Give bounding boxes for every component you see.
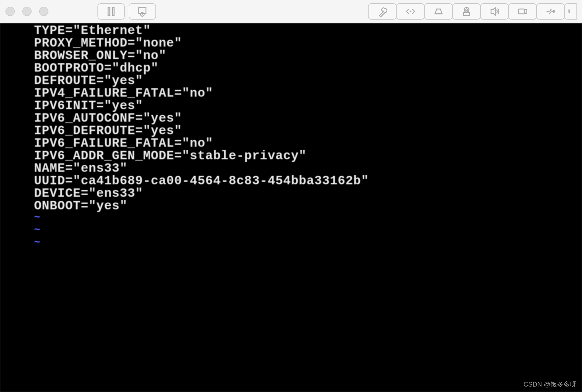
more-icon: [567, 5, 574, 17]
window-controls: [5, 7, 48, 16]
config-line: UUID="ca41b689-ca00-4564-8c83-454bba3316…: [34, 175, 582, 187]
svg-point-9: [465, 9, 467, 11]
toolbar-right-group: [369, 3, 577, 20]
disk-button[interactable]: [424, 3, 453, 20]
usb-icon: [545, 5, 557, 17]
camera-icon: [461, 5, 473, 17]
svg-line-4: [142, 14, 143, 15]
wrench-icon: [376, 5, 388, 17]
more-button[interactable]: [564, 3, 577, 20]
video-button[interactable]: [508, 3, 537, 20]
close-button[interactable]: [5, 7, 15, 16]
code-icon: [405, 5, 416, 17]
minimize-button[interactable]: [22, 7, 32, 16]
config-line: BROWSER_ONLY="no": [34, 50, 582, 62]
config-line: BOOTPROTO="dhcp": [34, 62, 582, 75]
config-line: IPV4_FAILURE_FATAL="no": [34, 87, 582, 100]
usb-button[interactable]: [536, 3, 565, 20]
config-line: IPV6_FAILURE_FATAL="no": [34, 137, 582, 150]
disk-icon: [433, 5, 445, 17]
svg-rect-11: [518, 9, 524, 14]
config-line: DEVICE="ens33": [34, 187, 582, 200]
config-line: TYPE="Ethernet": [34, 24, 582, 37]
sound-icon: [489, 5, 501, 17]
svg-point-5: [410, 11, 411, 12]
config-line: IPV6INIT="yes": [34, 100, 582, 112]
empty-line-tilde: ~: [34, 237, 582, 250]
camera-button[interactable]: [452, 3, 481, 20]
config-line: NAME="ens33": [34, 162, 582, 175]
pause-icon: [105, 5, 117, 17]
config-line: PROXY_METHOD="none": [34, 37, 582, 50]
snapshot-button[interactable]: [129, 3, 156, 20]
svg-marker-12: [524, 9, 527, 14]
vm-toolbar: [0, 0, 582, 23]
terminal-editor[interactable]: TYPE="Ethernet"PROXY_METHOD="none"BROWSE…: [0, 23, 582, 392]
svg-marker-10: [491, 8, 495, 15]
svg-rect-14: [568, 10, 569, 13]
svg-rect-7: [464, 13, 470, 16]
snapshot-icon: [136, 5, 148, 17]
sound-button[interactable]: [480, 3, 509, 20]
svg-point-8: [464, 7, 469, 12]
settings-button[interactable]: [368, 3, 397, 20]
config-line: IPV6_AUTOCONF="yes": [34, 112, 582, 125]
config-line: IPV6_ADDR_GEN_MODE="stable-privacy": [34, 150, 582, 162]
config-line: DEFROUTE="yes": [34, 75, 582, 87]
watermark: CSDN @饭多多呀: [523, 380, 577, 389]
svg-rect-1: [112, 7, 114, 16]
empty-line-tilde: ~: [34, 212, 582, 225]
svg-rect-0: [108, 7, 110, 16]
empty-line-tilde: ~: [34, 225, 582, 237]
config-line: IPV6_DEFROUTE="yes": [34, 125, 582, 137]
video-icon: [517, 5, 529, 17]
maximize-button[interactable]: [39, 7, 48, 16]
toolbar-left-group: [97, 3, 156, 20]
config-line: ONBOOT="yes": [34, 200, 582, 212]
code-button[interactable]: [396, 3, 425, 20]
pause-button[interactable]: [97, 3, 125, 20]
